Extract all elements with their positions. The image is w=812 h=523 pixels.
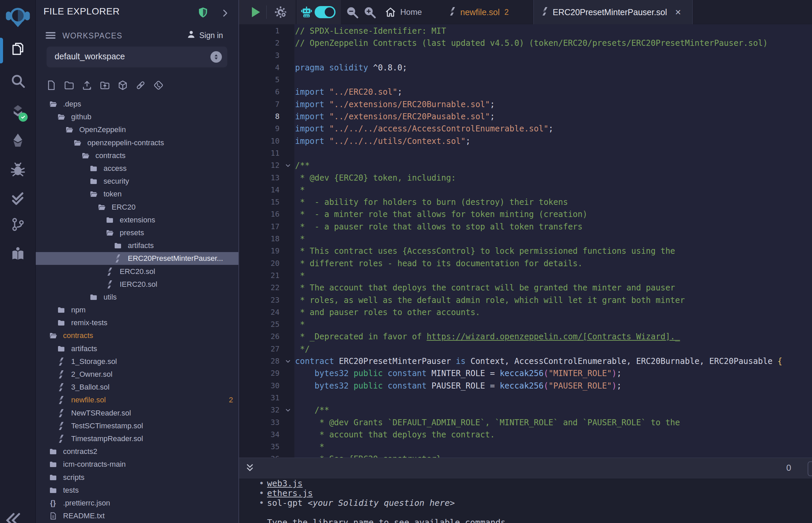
tab-ERC20PresetMinterPauser.sol[interactable]: ERC20PresetMinterPauser.sol×	[533, 0, 693, 24]
code-line[interactable]: 9import "../../../access/AccessControlEn…	[239, 123, 812, 135]
code-line[interactable]: 33 * @dev Grants `DEFAULT_ADMIN_ROLE`, `…	[239, 416, 812, 429]
terminal-link[interactable]: ethers.js	[267, 488, 313, 498]
code-line[interactable]: 5	[239, 74, 812, 86]
file-explorer-rail-button[interactable]	[0, 34, 35, 64]
line-number[interactable]: 8	[239, 110, 280, 123]
upload-file-button[interactable]	[81, 79, 92, 91]
line-number[interactable]: 24	[239, 306, 280, 319]
tree-folder-access[interactable]: access	[35, 162, 239, 175]
code-line[interactable]: 36 * See {ERC20-constructor}.	[239, 453, 812, 458]
code-line[interactable]: 34 * account that deploys the contract.	[239, 429, 812, 441]
collapse-panel-icon[interactable]	[3, 511, 22, 523]
code-line[interactable]: 10import "../../../utils/Context.sol";	[239, 135, 812, 147]
line-number[interactable]: 2	[239, 37, 280, 49]
line-number[interactable]: 6	[239, 86, 280, 98]
line-number[interactable]: 32	[239, 404, 280, 416]
fold-chevron-icon[interactable]	[282, 404, 294, 416]
code-line[interactable]: 11	[239, 147, 812, 159]
code-line[interactable]: 4pragma solidity ^0.8.0;	[239, 62, 812, 74]
line-number[interactable]: 9	[239, 123, 280, 135]
git-alt-button[interactable]	[153, 79, 164, 91]
code-line[interactable]: 26 * _Deprecated in favor of https://wiz…	[239, 330, 812, 343]
tree-folder-presets[interactable]: presets	[35, 227, 239, 239]
tree-file-1_Storage.sol[interactable]: 1_Storage.sol	[35, 355, 239, 368]
line-number[interactable]: 5	[239, 74, 280, 86]
code-line[interactable]: 6import "../ERC20.sol";	[239, 86, 812, 98]
tree-file-3_Ballot.sol[interactable]: 3_Ballot.sol	[35, 381, 239, 394]
line-number[interactable]: 17	[239, 221, 280, 233]
code-editor[interactable]: 1// SPDX-License-Identifier: MIT2// Open…	[239, 24, 812, 458]
remix-logo[interactable]	[0, 1, 35, 32]
tree-file-.prettierrc.json[interactable]: {}.prettierrc.json	[35, 497, 239, 509]
line-number[interactable]: 4	[239, 62, 280, 74]
ai-copilot-toggle[interactable]	[315, 6, 336, 18]
line-number[interactable]: 29	[239, 367, 280, 379]
code-line[interactable]: 16 * - a minter role that allows for tok…	[239, 208, 812, 220]
line-number[interactable]: 28	[239, 355, 280, 367]
line-number[interactable]: 12	[239, 159, 280, 172]
tree-folder-utils[interactable]: utils	[35, 291, 239, 304]
code-line[interactable]: 13 * @dev {ERC20} token, including:	[239, 172, 812, 184]
tree-folder-github[interactable]: github	[35, 110, 239, 123]
code-line[interactable]: 15 * - ability for holders to burn (dest…	[239, 196, 812, 208]
run-script-button[interactable]	[252, 7, 260, 17]
code-line[interactable]: 22 * The account that deploys the contra…	[239, 282, 812, 294]
code-line[interactable]: 23 * roles, as well as the default admin…	[239, 294, 812, 306]
code-line[interactable]: 25 *	[239, 319, 812, 330]
tree-folder-tests[interactable]: tests	[35, 484, 239, 497]
terminal-link[interactable]: web3.js	[267, 479, 302, 488]
code-line[interactable]: 32 /**	[239, 404, 812, 416]
code-line[interactable]: 2// OpenZeppelin Contracts (last updated…	[239, 37, 812, 49]
solidity-compiler-rail-button[interactable]	[0, 97, 35, 126]
upload-folder-button[interactable]	[99, 79, 110, 91]
line-number[interactable]: 15	[239, 196, 280, 208]
tree-file-TestSCTimestamp.sol[interactable]: TestSCTimestamp.sol	[35, 419, 239, 432]
hamburger-menu-icon[interactable]	[45, 30, 56, 41]
tree-folder-contracts[interactable]: contracts	[35, 149, 239, 162]
line-number[interactable]: 33	[239, 416, 280, 429]
learneth-rail-button[interactable]	[0, 239, 35, 268]
unit-testing-rail-button[interactable]	[0, 184, 35, 213]
fold-chevron-icon[interactable]	[282, 159, 294, 172]
line-number[interactable]: 20	[239, 257, 280, 270]
line-number[interactable]: 34	[239, 429, 280, 441]
line-number[interactable]: 10	[239, 135, 280, 147]
line-number[interactable]: 7	[239, 98, 280, 110]
code-line[interactable]: 8import "../extensions/ERC20Pausable.sol…	[239, 110, 812, 123]
code-line[interactable]: 1// SPDX-License-Identifier: MIT	[239, 25, 812, 37]
tree-file-TimestampReader.sol[interactable]: TimestampReader.sol	[35, 432, 239, 445]
tree-folder-remix-tests[interactable]: remix-tests	[35, 317, 239, 329]
code-line[interactable]: 31	[239, 392, 812, 404]
tree-file-README.txt[interactable]: README.txt	[35, 509, 239, 522]
expand-terminal-icon[interactable]	[245, 463, 255, 473]
tree-folder-.deps[interactable]: .deps	[35, 98, 239, 110]
line-number[interactable]: 36	[239, 453, 280, 458]
sign-in-button[interactable]: Sign in	[187, 30, 223, 41]
code-line[interactable]: 3	[239, 50, 812, 62]
code-line[interactable]: 30 bytes32 public constant PAUSER_ROLE =…	[239, 380, 812, 392]
line-number[interactable]: 18	[239, 233, 280, 245]
tree-folder-artifacts[interactable]: artifacts	[35, 239, 239, 252]
new-folder-button[interactable]	[64, 79, 74, 91]
line-number[interactable]: 27	[239, 343, 280, 355]
tree-folder-contracts2[interactable]: contracts2	[35, 445, 239, 458]
line-number[interactable]: 25	[239, 319, 280, 330]
tree-folder-scripts[interactable]: scripts	[35, 471, 239, 484]
line-number[interactable]: 26	[239, 330, 280, 343]
code-line[interactable]: 35 *	[239, 441, 812, 453]
line-number[interactable]: 14	[239, 184, 280, 196]
tree-folder-token[interactable]: token	[35, 188, 239, 200]
line-number[interactable]: 13	[239, 172, 280, 184]
tree-folder-ERC20[interactable]: ERC20	[35, 201, 239, 214]
line-number[interactable]: 22	[239, 282, 280, 294]
line-number[interactable]: 23	[239, 294, 280, 306]
tree-file-ERC20.sol[interactable]: ERC20.sol	[35, 265, 239, 278]
line-number[interactable]: 3	[239, 50, 280, 62]
close-tab-icon[interactable]: ×	[675, 7, 681, 17]
tree-folder-openzeppelin-contracts[interactable]: openzeppelin-contracts	[35, 137, 239, 149]
code-line[interactable]: 27 */	[239, 343, 812, 355]
tree-file-IERC20.sol[interactable]: IERC20.sol	[35, 278, 239, 291]
workspace-selector[interactable]: default_workspace	[47, 47, 227, 67]
line-number[interactable]: 1	[239, 25, 280, 37]
code-line[interactable]: 28contract ERC20PresetMinterPauser is Co…	[239, 355, 812, 367]
